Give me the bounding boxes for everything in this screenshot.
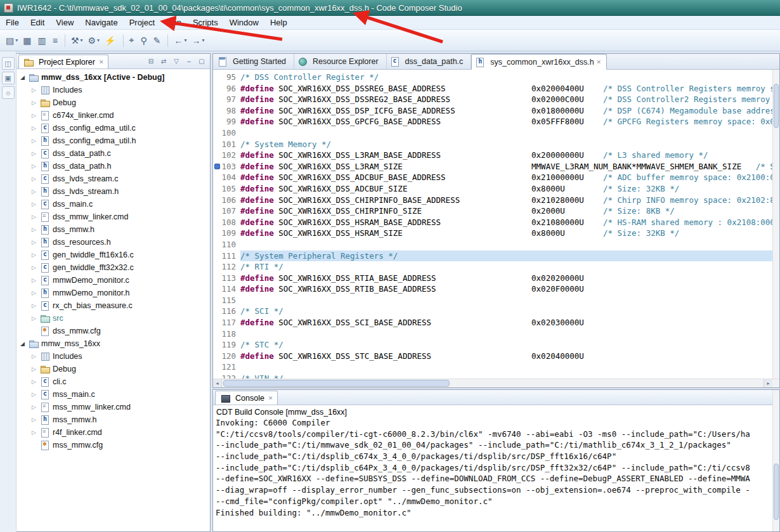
- new-target-config-button[interactable]: ⌖: [127, 34, 138, 47]
- twistie-icon[interactable]: ▷: [32, 290, 40, 296]
- code-line[interactable]: 122 /* VIN */: [213, 373, 779, 379]
- code-line[interactable]: 114 #define SOC_XWR16XX_DSS_RTIB_BASE_AD…: [213, 283, 779, 295]
- collapse-all-icon[interactable]: ⊟: [145, 56, 157, 66]
- tree-item[interactable]: ▷ r4f_linker.cmd: [16, 426, 210, 439]
- debug-button[interactable]: ⚙ ▾: [86, 34, 101, 47]
- twistie-icon[interactable]: ◢: [20, 341, 29, 347]
- code-line[interactable]: 102 #define SOC_XWR16XX_DSS_L3RAM_BASE_A…: [213, 150, 779, 161]
- menu-item[interactable]: Run: [160, 16, 187, 29]
- code-line[interactable]: 116 /* SCI */: [213, 306, 779, 317]
- tree-item[interactable]: ▷ mmwDemo_monitor.h: [16, 287, 210, 299]
- tree-item[interactable]: ▷ dss_resources.h: [16, 236, 210, 249]
- code-line[interactable]: 100: [213, 127, 779, 139]
- scrollbar-thumb[interactable]: [223, 380, 450, 387]
- twistie-icon[interactable]: ▷: [32, 353, 40, 360]
- tree-item[interactable]: ▷ dss_mmw_linker.cmd: [16, 211, 210, 223]
- tree-item[interactable]: ▷ dss_lvds_stream.c: [16, 172, 210, 185]
- tree-item[interactable]: ◢ mmw_dss_16xx [Active - Debug]: [16, 71, 210, 84]
- tab-console[interactable]: Console ✕: [215, 391, 278, 405]
- twistie-icon[interactable]: ◢: [20, 74, 29, 81]
- forward-button[interactable]: → ▾: [190, 34, 206, 47]
- twistie-icon[interactable]: ▷: [32, 112, 40, 119]
- twistie-icon[interactable]: ▷: [32, 163, 40, 169]
- code-line[interactable]: 104 #define SOC_XWR16XX_DSS_ADCBUF_BASE_…: [213, 172, 779, 183]
- tree-item[interactable]: ▷ mss_mmw.h: [16, 413, 210, 426]
- twistie-icon[interactable]: ▷: [32, 366, 40, 372]
- minimize-icon[interactable]: –: [183, 56, 195, 66]
- tree-item[interactable]: ▷ src: [16, 312, 210, 325]
- code-line[interactable]: 110: [213, 239, 779, 250]
- close-icon[interactable]: ✕: [99, 59, 104, 65]
- twistie-icon[interactable]: ▷: [32, 264, 40, 271]
- code-editor[interactable]: 95 /* DSS Controller Register */ 96 #def…: [213, 70, 779, 379]
- code-line[interactable]: 101 /* System Memory */: [213, 139, 779, 150]
- link-with-editor-icon[interactable]: ⇄: [158, 56, 169, 66]
- build-button[interactable]: ⚒ ▾: [69, 34, 85, 47]
- tree-item[interactable]: ▷ Includes: [16, 350, 210, 363]
- menu-item[interactable]: Window: [224, 16, 264, 29]
- code-line[interactable]: 106 #define SOC_XWR16XX_DSS_CHIRPINFO_BA…: [213, 195, 779, 206]
- search-button[interactable]: ⚲: [138, 34, 150, 47]
- editor-vertical-scrollbar[interactable]: [772, 70, 779, 379]
- editor-horizontal-scrollbar[interactable]: ◂ ▸: [213, 379, 779, 387]
- new-file-button[interactable]: ▤ ▾: [4, 34, 20, 47]
- code-line[interactable]: 96 #define SOC_XWR16XX_DSS_DSSREG_BASE_A…: [213, 83, 779, 94]
- tree-item[interactable]: ▷ mmwDemo_monitor.c: [16, 274, 210, 287]
- twistie-icon[interactable]: ▷: [32, 214, 40, 220]
- twistie-icon[interactable]: ▷: [32, 315, 40, 321]
- twistie-icon[interactable]: ▷: [32, 379, 40, 385]
- code-line[interactable]: 115: [213, 295, 779, 306]
- code-line[interactable]: 108 #define SOC_XWR16XX_DSS_HSRAM_BASE_A…: [213, 217, 779, 228]
- menu-item[interactable]: Navigate: [79, 16, 123, 29]
- menu-item[interactable]: File: [0, 16, 25, 29]
- close-icon[interactable]: ✕: [268, 395, 273, 401]
- twistie-icon[interactable]: ▷: [32, 239, 40, 245]
- view-menu-icon[interactable]: ▽: [171, 56, 182, 66]
- code-line[interactable]: 111 /* System Peripheral Registers */: [213, 250, 779, 262]
- code-line[interactable]: 103 #define SOC_XWR16XX_DSS_L3RAM_SIZEMM…: [213, 161, 779, 172]
- code-line[interactable]: 113 #define SOC_XWR16XX_DSS_RTIA_BASE_AD…: [213, 273, 779, 284]
- menu-item[interactable]: Project: [124, 16, 160, 29]
- tree-item[interactable]: ▷ dss_config_edma_util.c: [16, 122, 210, 134]
- menu-item[interactable]: View: [50, 16, 79, 29]
- console-vertical-scrollbar[interactable]: [772, 390, 779, 531]
- console-output[interactable]: Invoking: C6000 Compiler"C:/ti/ccsv8/too…: [213, 417, 779, 531]
- print-button[interactable]: ≡: [51, 34, 61, 47]
- tree-item[interactable]: ▷ dss_data_path.h: [16, 160, 210, 172]
- code-line[interactable]: 95 /* DSS Controller Register */: [213, 72, 779, 83]
- twistie-icon[interactable]: ▷: [32, 176, 40, 182]
- twistie-icon[interactable]: ▷: [32, 201, 40, 207]
- tree-item[interactable]: ▷ gen_twiddle_fft32x32.c: [16, 261, 210, 274]
- tree-item[interactable]: ▷ dss_config_edma_util.h: [16, 134, 210, 147]
- edit-button[interactable]: ✎: [152, 34, 164, 47]
- twistie-icon[interactable]: ▷: [32, 252, 40, 258]
- tree-item[interactable]: dss_mmw.cfg: [16, 325, 210, 337]
- flash-button[interactable]: ⚡: [103, 34, 119, 47]
- tree-item[interactable]: ▷ mss_main.c: [16, 388, 210, 401]
- editor-tab[interactable]: Resource Explorer: [294, 54, 387, 69]
- code-line[interactable]: 99 #define SOC_XWR16XX_DSS_GPCFG_BASE_AD…: [213, 116, 779, 127]
- restore-view-icon[interactable]: ◫: [2, 57, 15, 70]
- tree-item[interactable]: ▷ dss_lvds_stream.h: [16, 185, 210, 198]
- code-line[interactable]: 107 #define SOC_XWR16XX_DSS_CHIRPINFO_SI…: [213, 205, 779, 217]
- twistie-icon[interactable]: ▷: [32, 391, 40, 398]
- twistie-icon[interactable]: ▷: [32, 302, 40, 309]
- tree-item[interactable]: ▷ Debug: [16, 96, 210, 109]
- twistie-icon[interactable]: ▷: [32, 188, 40, 195]
- tree-item[interactable]: ▷ c674x_linker.cmd: [16, 109, 210, 122]
- tree-item[interactable]: ▷ Debug: [16, 363, 210, 375]
- twistie-icon[interactable]: ▷: [32, 87, 40, 93]
- twistie-icon[interactable]: ▷: [32, 138, 40, 144]
- twistie-icon[interactable]: ▷: [32, 100, 40, 106]
- hint-icon[interactable]: ☼: [2, 86, 15, 99]
- twistie-icon[interactable]: ▷: [32, 226, 40, 233]
- code-line[interactable]: 118: [213, 328, 779, 340]
- code-line[interactable]: 97 #define SOC_XWR16XX_DSS_DSSREG2_BASE_…: [213, 94, 779, 105]
- back-button[interactable]: ← ▾: [172, 34, 188, 47]
- project-tree[interactable]: ◢ mmw_dss_16xx [Active - Debug] ▷ Includ…: [16, 69, 210, 531]
- save-button[interactable]: ▦: [21, 34, 34, 47]
- editor-tab[interactable]: dss_data_path.c: [387, 54, 472, 69]
- tree-item[interactable]: ▷ dss_data_path.c: [16, 147, 210, 160]
- twistie-icon[interactable]: ▷: [32, 125, 40, 131]
- tree-item[interactable]: ◢ mmw_mss_16xx: [16, 337, 210, 350]
